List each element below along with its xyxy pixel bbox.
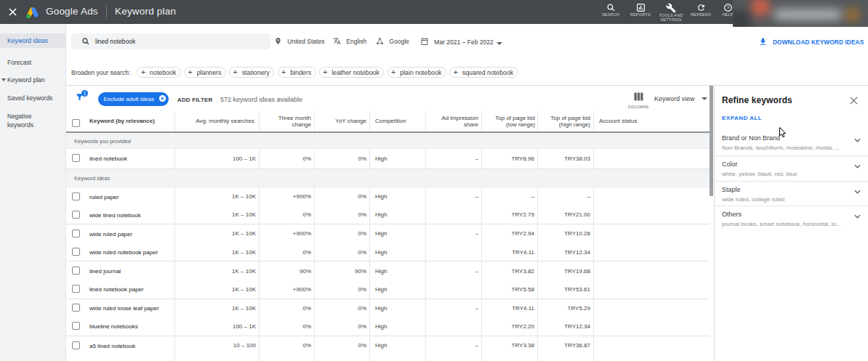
svg-text:?: ? <box>726 5 729 10</box>
